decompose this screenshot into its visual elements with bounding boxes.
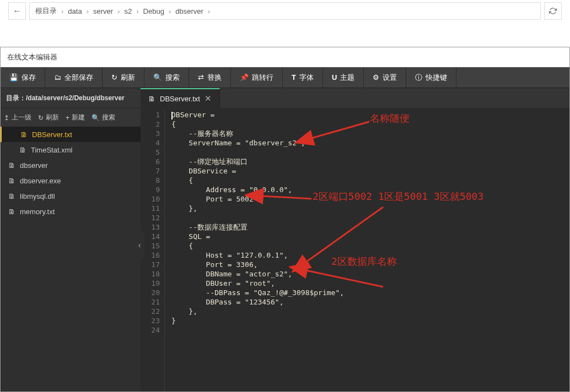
file-icon: 🗎	[20, 130, 28, 139]
file-item-libmysql-dll[interactable]: 🗎libmysql.dll	[1, 188, 141, 204]
file-icon: 🗎	[19, 146, 26, 154]
file-name: dbserver	[20, 161, 48, 170]
refresh-button[interactable]	[544, 2, 562, 20]
sidebar-search-button[interactable]: 🔍搜索	[92, 113, 115, 122]
file-name: memory.txt	[20, 208, 55, 216]
sidebar-tools: ↥上一级 ↻刷新 +新建 🔍搜索	[1, 108, 141, 127]
chevron-right-icon: ›	[136, 7, 138, 15]
new-button[interactable]: +新建	[66, 113, 85, 122]
file-name: libmysql.dll	[20, 192, 55, 200]
refresh-label: 刷新	[46, 113, 59, 122]
goto-label: 跳转行	[252, 73, 273, 83]
settings-button[interactable]: ⚙设置	[364, 67, 406, 88]
sidebar-collapse-handle[interactable]: ‹	[135, 231, 144, 259]
save-all-icon: 🗂	[54, 73, 61, 81]
save-label: 保存	[21, 73, 36, 83]
code-content[interactable]: DBServer ={ --服务器名称 ServerName = "dbserv…	[165, 108, 569, 391]
chevron-right-icon: ›	[117, 7, 120, 15]
font-button[interactable]: T字体	[283, 67, 323, 88]
editor-body: 目录：/data/server/s2/Debug/dbserver ↥上一级 ↻…	[1, 88, 569, 391]
plus-icon: +	[66, 114, 69, 122]
search-label: 搜索	[102, 113, 115, 122]
sidebar-refresh-button[interactable]: ↻刷新	[38, 113, 59, 122]
replace-button[interactable]: ⇄替换	[189, 67, 231, 88]
tab-dbserver-txt[interactable]: 🗎 DBServer.txt ✕	[141, 88, 220, 108]
sidebar-path: 目录：/data/server/s2/Debug/dbserver	[1, 88, 141, 108]
file-item-dbserver-exe[interactable]: 🗎dbserver.exe	[1, 173, 141, 188]
font-label: 字体	[299, 73, 314, 83]
search-icon: 🔍	[92, 114, 100, 122]
info-icon: ⓘ	[415, 73, 422, 83]
refresh-button[interactable]: ↻刷新	[103, 67, 144, 88]
breadcrumb-bar: ← 根目录 › data › server › s2 › Debug › dbs…	[0, 0, 570, 22]
toolbar: 💾保存 🗂全部保存 ↻刷新 🔍搜索 ⇄替换 📌跳转行 T字体 U主题 ⚙设置 ⓘ…	[1, 67, 569, 88]
pin-icon: 📌	[240, 73, 249, 81]
breadcrumb-item[interactable]: Debug	[143, 7, 164, 15]
file-icon: 🗎	[8, 192, 15, 200]
replace-icon: ⇄	[198, 73, 204, 81]
save-all-button[interactable]: 🗂全部保存	[45, 67, 103, 88]
editor-title: 在线文本编辑器	[1, 47, 569, 67]
gear-icon: ⚙	[373, 73, 379, 81]
editor-container: 在线文本编辑器 💾保存 🗂全部保存 ↻刷新 🔍搜索 ⇄替换 📌跳转行 T字体 U…	[0, 47, 570, 392]
file-icon: 🗎	[8, 177, 15, 185]
file-list: 🗎DBServer.txt 🗎TimeStat.xml 🗎dbserver 🗎d…	[1, 127, 141, 391]
search-label: 搜索	[165, 73, 180, 83]
file-item-memory-txt[interactable]: 🗎memory.txt	[1, 204, 141, 219]
tab-bar: 🗎 DBServer.txt ✕	[141, 88, 569, 108]
file-icon: 🗎	[148, 95, 155, 103]
file-item-timestat-xml[interactable]: 🗎TimeStat.xml	[1, 142, 141, 157]
theme-icon: U	[332, 73, 337, 81]
close-icon[interactable]: ✕	[205, 94, 212, 104]
up-label: 上一级	[12, 113, 31, 122]
save-icon: 💾	[9, 73, 18, 81]
breadcrumb-root[interactable]: 根目录	[35, 6, 57, 16]
file-name: dbserver.exe	[20, 177, 61, 185]
chevron-right-icon: ›	[87, 7, 89, 15]
chevron-right-icon: ›	[208, 7, 210, 15]
up-level-button[interactable]: ↥上一级	[4, 113, 31, 122]
theme-button[interactable]: U主题	[323, 67, 364, 88]
file-item-dbserver[interactable]: 🗎dbserver	[1, 157, 141, 173]
nav-back-button[interactable]: ←	[8, 2, 26, 20]
goto-button[interactable]: 📌跳转行	[231, 67, 283, 88]
save-all-label: 全部保存	[64, 73, 93, 83]
chevron-right-icon: ›	[169, 7, 171, 15]
breadcrumb-item[interactable]: server	[93, 7, 113, 15]
editor-main: 🗎 DBServer.txt ✕ 12345678910111213141516…	[141, 88, 569, 391]
breadcrumb-item[interactable]: data	[68, 7, 82, 15]
file-name: TimeStat.xml	[31, 146, 72, 154]
file-icon: 🗎	[8, 208, 15, 216]
refresh-icon	[549, 7, 557, 15]
shortcuts-label: 快捷键	[426, 73, 447, 83]
code-area[interactable]: 123456789101112131415161718192021222324 …	[141, 108, 569, 391]
search-button[interactable]: 🔍搜索	[144, 67, 189, 88]
file-name: DBServer.txt	[32, 130, 72, 139]
chevron-right-icon: ›	[61, 7, 63, 15]
font-icon: T	[292, 73, 296, 81]
refresh-icon: ↻	[111, 73, 117, 81]
sidebar: 目录：/data/server/s2/Debug/dbserver ↥上一级 ↻…	[1, 88, 141, 391]
search-icon: 🔍	[153, 73, 162, 81]
refresh-icon: ↻	[38, 114, 44, 122]
save-button[interactable]: 💾保存	[1, 67, 45, 88]
settings-label: 设置	[383, 73, 397, 83]
breadcrumb-item[interactable]: dbserver	[175, 7, 203, 15]
replace-label: 替换	[207, 73, 222, 83]
theme-label: 主题	[340, 73, 354, 83]
breadcrumb-item[interactable]: s2	[124, 7, 132, 15]
tab-label: DBServer.txt	[160, 95, 200, 103]
breadcrumb: 根目录 › data › server › s2 › Debug › dbser…	[29, 2, 541, 20]
file-icon: 🗎	[8, 161, 15, 170]
new-label: 新建	[72, 113, 85, 122]
file-item-dbserver-txt[interactable]: 🗎DBServer.txt	[1, 127, 141, 142]
shortcuts-button[interactable]: ⓘ快捷键	[406, 67, 456, 88]
refresh-label: 刷新	[121, 73, 135, 83]
up-icon: ↥	[4, 114, 9, 122]
